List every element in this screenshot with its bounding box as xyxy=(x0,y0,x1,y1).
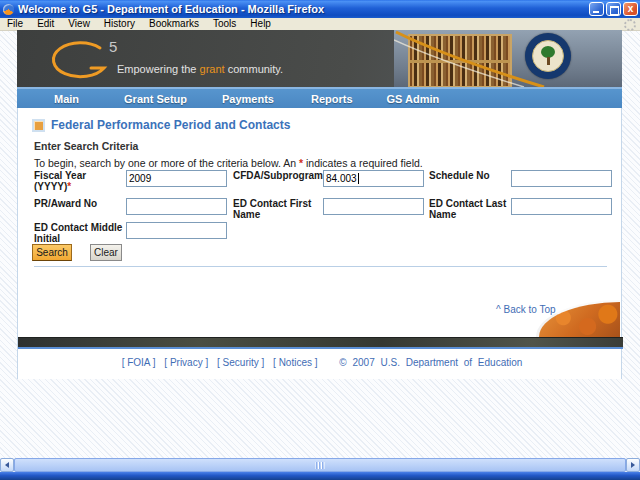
bookshelf-image xyxy=(394,30,622,87)
footer-link-foia[interactable]: FOIA xyxy=(127,357,150,368)
main-navbar: Main Grant Setup Payments Reports GS Adm… xyxy=(17,87,622,108)
search-button[interactable]: Search xyxy=(32,244,72,261)
menu-bookmarks[interactable]: Bookmarks xyxy=(142,18,206,30)
label-ed-contact-first-name: ED Contact First Name xyxy=(233,198,318,220)
section-heading: Enter Search Criteria xyxy=(34,140,138,152)
ed-contact-first-name-input[interactable] xyxy=(323,198,424,215)
search-instructions: To begin, search by one or more of the c… xyxy=(34,157,423,169)
menu-tools[interactable]: Tools xyxy=(206,18,243,30)
window-titlebar: Welcome to G5 - Department of Education … xyxy=(0,0,640,18)
label-pr-award-no: PR/Award No xyxy=(34,198,122,209)
menu-history[interactable]: History xyxy=(97,18,142,30)
firefox-icon xyxy=(3,4,14,15)
pr-award-no-input[interactable] xyxy=(126,198,227,215)
label-ed-contact-last-name: ED Contact Last Name xyxy=(429,198,509,220)
page-title-icon xyxy=(32,119,45,132)
label-ed-contact-middle-initial: ED Contact Middle Initial xyxy=(34,222,124,244)
cfda-subprogram-input[interactable] xyxy=(323,170,424,187)
nav-gs-admin[interactable]: GS Admin xyxy=(387,93,440,105)
menu-view[interactable]: View xyxy=(61,18,97,30)
nav-main[interactable]: Main xyxy=(54,93,79,105)
scroll-left-button[interactable] xyxy=(0,458,14,472)
label-cfda-subprogram: CFDA/Subprogram xyxy=(233,170,329,181)
footer-links: [ FOIA ] [ Privacy ] [ Security ] [ Noti… xyxy=(18,357,623,368)
window-title: Welcome to G5 - Department of Education … xyxy=(18,0,324,18)
divider xyxy=(34,266,607,267)
horizontal-scrollbar xyxy=(0,458,640,472)
nav-grant-setup[interactable]: Grant Setup xyxy=(124,93,187,105)
minimize-button[interactable] xyxy=(589,2,604,16)
back-to-top-link[interactable]: ^ Back to Top xyxy=(496,304,556,315)
throbber-icon xyxy=(624,19,636,31)
menu-file[interactable]: File xyxy=(0,18,30,30)
nav-payments[interactable]: Payments xyxy=(222,93,274,105)
nav-reports[interactable]: Reports xyxy=(311,93,353,105)
ed-contact-last-name-input[interactable] xyxy=(511,198,612,215)
scroll-right-button[interactable] xyxy=(626,458,640,472)
label-schedule-no: Schedule No xyxy=(429,170,509,181)
scrollbar-thumb[interactable] xyxy=(14,458,626,472)
page-viewport: 5 Empowering the grant community. Main G… xyxy=(0,31,640,458)
menu-help[interactable]: Help xyxy=(243,18,278,30)
window-bottom-border xyxy=(0,472,640,480)
svg-text:5: 5 xyxy=(109,38,117,55)
footer-link-privacy[interactable]: Privacy xyxy=(170,357,203,368)
gold-swoosh xyxy=(394,30,622,87)
footer-link-security[interactable]: Security xyxy=(223,357,259,368)
label-fiscal-year: Fiscal Year (YYYY)* xyxy=(34,170,122,192)
schedule-no-input[interactable] xyxy=(511,170,612,187)
maximize-button[interactable] xyxy=(606,2,621,16)
footer-bar xyxy=(18,337,623,349)
g5-logo: 5 xyxy=(45,35,135,83)
copyright-text: © 2007 U.S. Department of Education xyxy=(339,357,522,368)
ed-contact-middle-initial-input[interactable] xyxy=(126,222,227,239)
text-cursor xyxy=(358,173,359,184)
close-button[interactable]: x xyxy=(623,2,638,16)
banner-slogan: Empowering the grant community. xyxy=(117,63,283,75)
content-panel: Federal Performance Period and Contacts … xyxy=(17,108,622,379)
clear-button[interactable]: Clear xyxy=(90,244,122,261)
g5-banner: 5 Empowering the grant community. xyxy=(17,30,622,87)
ed-seal-icon xyxy=(525,33,571,79)
menu-edit[interactable]: Edit xyxy=(30,18,61,30)
fiscal-year-input[interactable] xyxy=(126,170,227,187)
page-title: Federal Performance Period and Contacts xyxy=(51,118,290,132)
footer-link-notices[interactable]: Notices xyxy=(279,357,312,368)
